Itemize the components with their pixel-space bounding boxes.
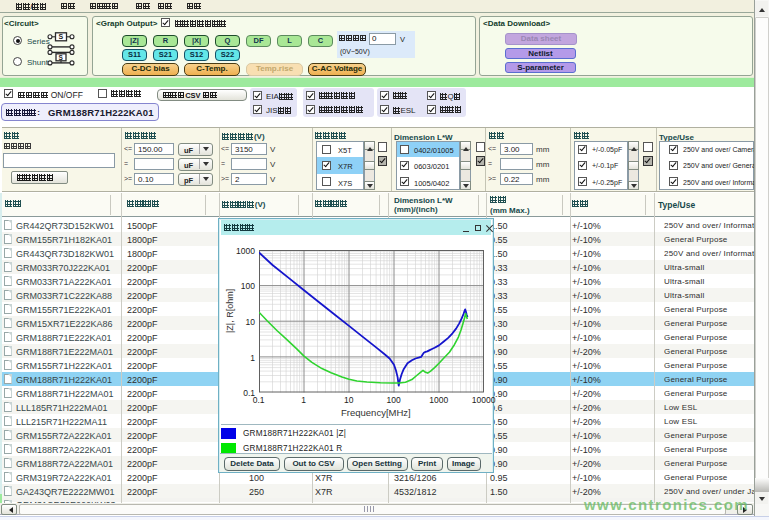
svg-text:S: S bbox=[59, 54, 64, 61]
svg-text:S: S bbox=[59, 33, 64, 40]
